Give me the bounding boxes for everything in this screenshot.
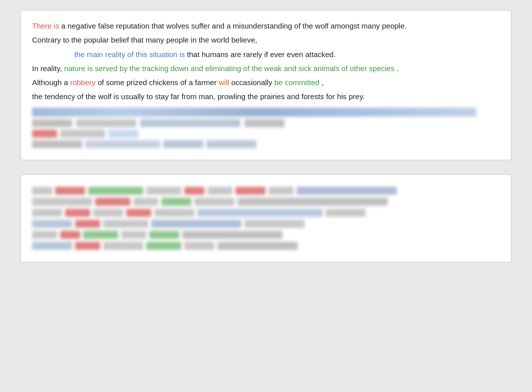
line-2-text: Contrary to the popular belief that many… xyxy=(32,36,257,44)
line-4-post: . xyxy=(397,64,399,73)
line-6: the tendency of the wolf is usually to s… xyxy=(32,90,500,103)
line-2: Contrary to the popular belief that many… xyxy=(32,34,500,47)
line-5-green: be committed xyxy=(275,78,320,87)
card-2 xyxy=(21,174,511,262)
line-3-highlight: the main reality of this situation is xyxy=(74,50,185,59)
line-1-text: a negative false reputation that wolves … xyxy=(59,22,406,30)
line-5-pre: Although a xyxy=(32,78,68,87)
line-5-will: will xyxy=(219,78,229,87)
line-3: the main reality of this situation is th… xyxy=(32,48,500,61)
line-4-highlight: nature is served by the tracking down an… xyxy=(64,64,395,73)
line-5: Although a robbery of some prized chicke… xyxy=(32,76,500,89)
line-5-mid: of some prized chickens of a farmer xyxy=(98,78,217,87)
line-5-comma: , xyxy=(322,78,324,87)
line-4-pre: In reality, xyxy=(32,64,62,73)
line-6-pre: the tendency of the wolf is xyxy=(32,92,119,101)
line-5-red: robbery xyxy=(70,78,96,87)
blurred-section-1 xyxy=(32,108,500,148)
line-3-post: that humans are rarely if ever even atta… xyxy=(187,50,336,59)
line-6-post: usually to stay far from man, prowling t… xyxy=(121,92,365,101)
line-5-occasionally: occasionally xyxy=(231,78,273,87)
blurred-section-2 xyxy=(32,187,500,250)
line-4: In reality, nature is served by the trac… xyxy=(32,62,500,75)
there-is-highlight: There is xyxy=(32,22,59,30)
line-1: There is a negative false reputation tha… xyxy=(32,20,500,33)
card-1: There is a negative false reputation tha… xyxy=(21,10,511,160)
